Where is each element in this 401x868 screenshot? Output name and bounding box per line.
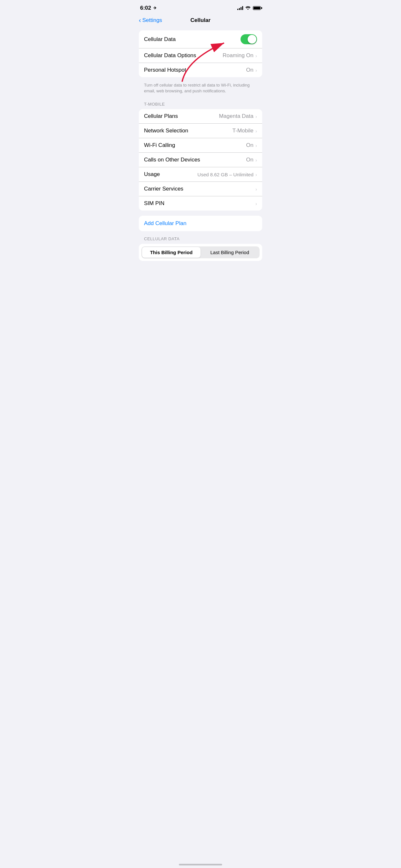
network-selection-right: T-Mobile ›	[233, 128, 257, 134]
sim-pin-right: ›	[255, 201, 257, 206]
tmobile-section-header: T-MOBILE	[139, 102, 262, 109]
signal-bar-4	[242, 6, 243, 10]
cellular-data-label: Cellular Data	[144, 36, 176, 42]
billing-tabs-card: This Billing Period Last Billing Period	[139, 244, 262, 261]
network-selection-item[interactable]: Network Selection T-Mobile ›	[139, 124, 262, 138]
personal-hotspot-item[interactable]: Personal Hotspot On ›	[139, 63, 262, 77]
cellular-data-options-right: Roaming On ›	[223, 52, 257, 59]
usage-item[interactable]: Usage Used 8.62 GB – Unlimited ›	[139, 167, 262, 182]
chevron-right-icon-5: ›	[255, 143, 257, 148]
chevron-right-icon-6: ›	[255, 157, 257, 163]
calls-other-devices-label: Calls on Other Devices	[144, 157, 200, 163]
carrier-services-item[interactable]: Carrier Services ›	[139, 182, 262, 196]
chevron-right-icon-7: ›	[255, 172, 257, 177]
chevron-right-icon-8: ›	[255, 186, 257, 192]
network-selection-value: T-Mobile	[233, 128, 253, 134]
chevron-right-icon-4: ›	[255, 128, 257, 134]
last-billing-period-tab[interactable]: Last Billing Period	[201, 247, 259, 258]
chevron-right-icon-2: ›	[255, 67, 257, 73]
cellular-data-section-header: CELLULAR DATA	[139, 237, 262, 244]
back-label: Settings	[143, 17, 162, 24]
location-icon: ✈︎	[153, 6, 157, 10]
usage-right: Used 8.62 GB – Unlimited ›	[197, 172, 257, 177]
cellular-data-options-item[interactable]: Cellular Data Options Roaming On ›	[139, 49, 262, 63]
cellular-plans-item[interactable]: Cellular Plans Magenta Data ›	[139, 109, 262, 124]
nav-bar: ‹ Settings Cellular	[134, 14, 267, 28]
cellular-data-options-value: Roaming On	[223, 52, 253, 59]
calls-other-devices-item[interactable]: Calls on Other Devices On ›	[139, 153, 262, 167]
content-area: Cellular Data Cellular Data Options Roam…	[134, 28, 267, 274]
personal-hotspot-value: On	[246, 67, 253, 73]
cellular-plans-value: Magenta Data	[219, 113, 253, 120]
wifi-calling-label: Wi-Fi Calling	[144, 142, 175, 149]
carrier-services-label: Carrier Services	[144, 186, 183, 192]
time-display: 6:02	[140, 5, 151, 11]
status-time: 6:02 ✈︎	[140, 5, 157, 11]
cellular-data-description: Turn off cellular data to restrict all d…	[139, 80, 262, 99]
signal-icon	[237, 6, 243, 10]
back-chevron-icon: ‹	[139, 17, 141, 24]
personal-hotspot-right: On ›	[246, 67, 257, 73]
signal-bar-3	[241, 7, 242, 10]
calls-other-devices-right: On ›	[246, 157, 257, 163]
tmobile-card: Cellular Plans Magenta Data › Network Se…	[139, 109, 262, 211]
usage-label: Usage	[144, 171, 160, 178]
usage-value: Used 8.62 GB – Unlimited	[197, 172, 253, 177]
cellular-data-section: CELLULAR DATA This Billing Period Last B…	[139, 237, 262, 261]
carrier-services-right: ›	[255, 186, 257, 192]
add-cellular-plan-card: Add Cellular Plan	[139, 216, 262, 231]
cellular-data-item: Cellular Data	[139, 30, 262, 49]
this-billing-period-tab[interactable]: This Billing Period	[142, 247, 201, 258]
sim-pin-item[interactable]: SIM PIN ›	[139, 196, 262, 211]
back-button[interactable]: ‹ Settings	[139, 17, 162, 24]
cellular-plans-right: Magenta Data ›	[219, 113, 257, 120]
status-icons	[237, 5, 261, 11]
cellular-data-toggle[interactable]	[241, 34, 257, 44]
wifi-calling-right: On ›	[246, 142, 257, 149]
billing-tabs-container: This Billing Period Last Billing Period	[142, 246, 259, 258]
calls-other-devices-value: On	[246, 157, 253, 163]
cellular-plans-label: Cellular Plans	[144, 113, 178, 120]
signal-bar-1	[237, 9, 238, 10]
cellular-data-card: Cellular Data Cellular Data Options Roam…	[139, 30, 262, 77]
chevron-right-icon-9: ›	[255, 201, 257, 206]
toggle-knob	[248, 35, 256, 43]
chevron-right-icon: ›	[255, 53, 257, 58]
cellular-data-options-label: Cellular Data Options	[144, 52, 196, 59]
wifi-calling-value: On	[246, 142, 253, 149]
personal-hotspot-label: Personal Hotspot	[144, 67, 186, 73]
signal-bar-2	[239, 8, 240, 10]
chevron-right-icon-3: ›	[255, 114, 257, 119]
wifi-icon	[245, 5, 251, 11]
battery-fill	[253, 7, 260, 9]
battery-icon	[253, 6, 261, 10]
add-cellular-plan-button[interactable]: Add Cellular Plan	[139, 216, 262, 231]
status-bar: 6:02 ✈︎	[134, 0, 267, 14]
network-selection-label: Network Selection	[144, 128, 188, 134]
page-title: Cellular	[190, 17, 211, 24]
sim-pin-label: SIM PIN	[144, 200, 164, 207]
wifi-calling-item[interactable]: Wi-Fi Calling On ›	[139, 138, 262, 153]
